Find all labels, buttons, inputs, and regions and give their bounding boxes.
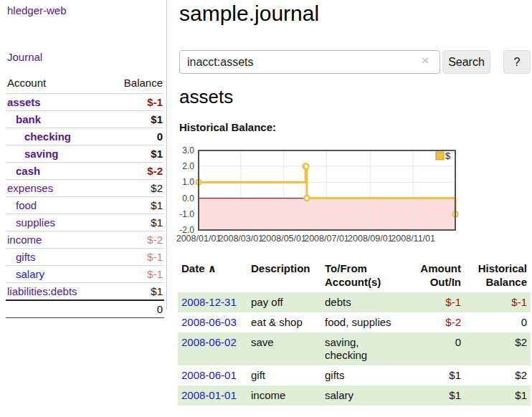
- register-amount: $-1: [407, 292, 465, 312]
- register-description: pay off: [247, 292, 321, 312]
- account-link[interactable]: saving: [24, 148, 59, 160]
- account-balance: $-1: [106, 266, 164, 283]
- accounts-table: Account Balance assets$-1bank$1checking0…: [6, 75, 164, 318]
- historical-balance-chart: 3.02.01.00.0-1.0-2.02008/01/012008/03/01…: [172, 145, 532, 246]
- register-balance: $2: [465, 332, 531, 365]
- register-header-historical-balance: Historical Balance: [465, 259, 531, 292]
- account-row: checking0: [6, 128, 164, 145]
- account-row: saving$1: [6, 145, 164, 163]
- accounts-header-account: Account: [6, 75, 106, 94]
- app-title-link[interactable]: hledger-web: [7, 4, 67, 16]
- svg-text:2.0: 2.0: [182, 161, 194, 171]
- account-link[interactable]: income: [7, 234, 42, 246]
- account-row: assets$-1: [6, 94, 164, 111]
- account-link[interactable]: food: [16, 199, 37, 211]
- account-name-cell: supplies: [6, 214, 106, 231]
- search-help-button[interactable]: ?: [503, 50, 531, 74]
- register-description: eat & shop: [247, 312, 321, 332]
- account-name-cell: cash: [6, 163, 106, 180]
- account-name-cell: salary: [6, 266, 106, 283]
- register-date-link[interactable]: 2008-12-31: [181, 296, 237, 308]
- register-row: 2008-01-01incomesalary$1$1: [178, 385, 531, 406]
- register-table: Date ∧DescriptionTo/From Account(s)Amoun…: [178, 259, 531, 406]
- account-row: supplies$1: [6, 214, 164, 231]
- register-accounts: salary: [321, 385, 407, 406]
- svg-text:0.0: 0.0: [182, 193, 194, 203]
- register-row: 2008-06-03eat & shopfood, supplies$-20: [178, 312, 531, 332]
- sidebar-divider: [166, 0, 167, 310]
- sidebar-item-journal[interactable]: Journal: [7, 51, 42, 63]
- register-accounts: saving, checking: [321, 332, 407, 365]
- register-accounts: food, supplies: [321, 312, 407, 332]
- register-amount: $1: [407, 365, 465, 385]
- account-link[interactable]: assets: [7, 96, 41, 108]
- register-header-description: Description: [247, 259, 321, 292]
- svg-text:2008/11/01: 2008/11/01: [391, 234, 435, 244]
- register-header-to-from-account-s-: To/From Account(s): [321, 259, 407, 292]
- account-balance: $-2: [106, 231, 164, 249]
- account-balance: $1: [106, 214, 164, 231]
- register-date-cell: 2008-12-31: [178, 292, 247, 312]
- account-link[interactable]: liabilities:debts: [7, 285, 77, 297]
- register-row: 2008-06-01giftgifts$1$2: [178, 365, 531, 385]
- account-balance: $-1: [106, 94, 164, 111]
- svg-text:-1.0: -1.0: [179, 209, 194, 219]
- account-link[interactable]: gifts: [16, 251, 36, 263]
- account-name-cell: assets: [6, 94, 106, 111]
- account-balance: $1: [106, 283, 164, 301]
- register-accounts: debts: [321, 292, 407, 312]
- account-balance: $-1: [106, 249, 164, 266]
- register-header-row: Date ∧DescriptionTo/From Account(s)Amoun…: [178, 259, 531, 292]
- register-date-cell: 2008-01-01: [178, 385, 247, 406]
- register-row: 2008-12-31pay offdebts$-1$-1: [178, 292, 531, 312]
- search-input[interactable]: [179, 50, 440, 74]
- account-balance: $1: [106, 197, 164, 214]
- register-balance: $-1: [465, 292, 531, 312]
- register-description: income: [247, 385, 321, 406]
- accounts-total-value: 0: [106, 300, 164, 318]
- clear-search-icon[interactable]: ×: [422, 54, 429, 68]
- account-name-cell: gifts: [6, 249, 106, 266]
- register-amount: $-2: [407, 312, 465, 332]
- register-date-cell: 2008-06-02: [178, 332, 247, 365]
- account-heading: assets: [179, 86, 233, 108]
- account-row: gifts$-1: [6, 249, 164, 266]
- account-link[interactable]: expenses: [7, 182, 53, 194]
- account-link[interactable]: cash: [16, 165, 40, 177]
- register-header-amount-out-in: Amount Out/In: [407, 259, 465, 292]
- account-name-cell: food: [6, 197, 106, 214]
- svg-text:3.0: 3.0: [182, 145, 194, 155]
- account-name-cell: bank: [6, 111, 106, 128]
- register-amount: $1: [407, 385, 465, 406]
- account-balance: $2: [106, 180, 164, 197]
- svg-text:$: $: [445, 150, 451, 161]
- accounts-total-row: 0: [6, 300, 164, 318]
- sort-ascending-icon: ∧: [208, 262, 217, 274]
- register-header-date[interactable]: Date ∧: [178, 259, 247, 292]
- page-title: sample.journal: [179, 1, 319, 26]
- account-balance: $1: [106, 111, 164, 128]
- account-balance: $1: [106, 145, 164, 163]
- register-date-link[interactable]: 2008-06-02: [181, 336, 237, 348]
- account-link[interactable]: bank: [16, 113, 41, 125]
- account-row: expenses$2: [6, 180, 164, 197]
- svg-text:2008/01/01: 2008/01/01: [176, 234, 222, 244]
- account-row: cash$-2: [6, 163, 164, 180]
- account-name-cell: checking: [6, 128, 106, 145]
- account-row: salary$-1: [6, 266, 164, 283]
- register-date-link[interactable]: 2008-01-01: [181, 389, 237, 401]
- chart-canvas: 3.02.01.00.0-1.0-2.02008/01/012008/03/01…: [172, 145, 532, 246]
- account-name-cell: expenses: [6, 180, 106, 197]
- register-date-link[interactable]: 2008-06-03: [181, 316, 237, 328]
- accounts-total-spacer: [6, 300, 106, 318]
- account-balance: $-2: [106, 163, 164, 180]
- account-link[interactable]: checking: [24, 130, 71, 143]
- search-button[interactable]: Search: [442, 50, 490, 74]
- register-date-link[interactable]: 2008-06-01: [181, 369, 237, 381]
- account-name-cell: saving: [6, 145, 106, 163]
- account-balance: 0: [106, 128, 164, 145]
- register-accounts: gifts: [321, 365, 407, 385]
- register-date-cell: 2008-06-01: [178, 365, 247, 385]
- account-link[interactable]: salary: [16, 268, 44, 280]
- account-link[interactable]: supplies: [16, 216, 55, 229]
